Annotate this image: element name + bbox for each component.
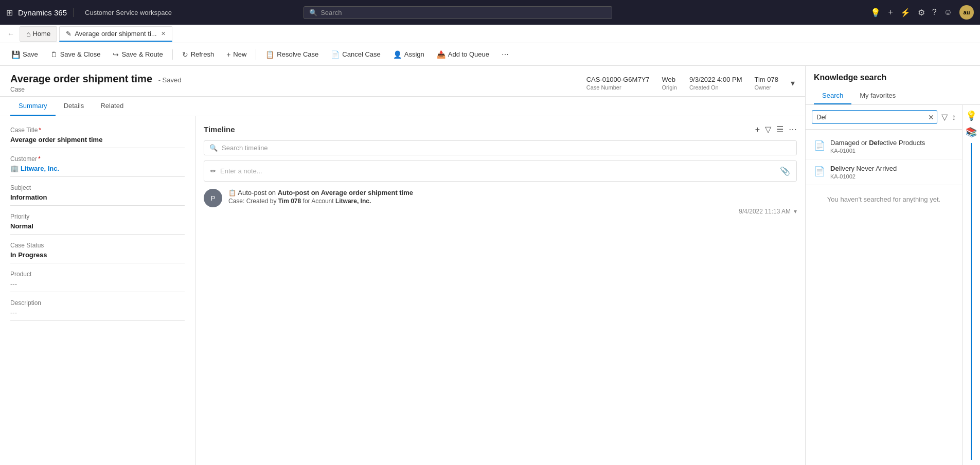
timeline-item: P 📋 Auto-post on Auto-post on Average or… <box>204 189 797 215</box>
priority-label: Priority <box>10 213 185 220</box>
save-icon: 💾 <box>11 50 20 59</box>
note-input-area[interactable]: ✏ 📎 <box>204 160 797 182</box>
origin-label: Origin <box>662 84 677 91</box>
knowledge-panel-icon-2[interactable]: 📚 <box>966 127 977 138</box>
case-status-group: Case Status In Progress <box>10 242 185 263</box>
timeline-more-icon[interactable]: ⋯ <box>789 124 797 134</box>
add-to-queue-button[interactable]: 📥 Add to Queue <box>432 47 494 62</box>
pencil-note-icon: ✏ <box>210 167 216 175</box>
timeline-title: Timeline <box>204 125 235 134</box>
help-icon[interactable]: ? <box>932 8 937 17</box>
case-title-field-value[interactable]: Average order shipment time <box>10 136 185 148</box>
pencil-icon: ✎ <box>66 30 72 38</box>
timeline-search-input[interactable] <box>222 144 791 152</box>
timeline-item-title: Auto-post on Auto-post on Average order … <box>238 189 413 196</box>
new-button[interactable]: + New <box>221 47 252 62</box>
more-options-button[interactable]: ⋯ <box>496 47 514 62</box>
refresh-button[interactable]: ↻ Refresh <box>177 47 220 62</box>
resolve-icon: 📋 <box>265 50 274 59</box>
created-on-label: Created On <box>689 84 742 91</box>
customer-field-value[interactable]: 🏢 Litware, Inc. <box>10 165 185 177</box>
assign-button[interactable]: 👤 Assign <box>388 47 430 62</box>
product-label: Product <box>10 271 185 278</box>
description-value[interactable]: --- <box>10 309 185 321</box>
timeline-item-account: Litware, Inc. <box>335 198 371 205</box>
save-close-button[interactable]: 🗒 Save & Close <box>45 47 106 62</box>
knowledge-panel-icon-1[interactable]: 💡 <box>966 110 977 121</box>
avatar[interactable]: au <box>959 5 974 20</box>
case-status-label: Case Status <box>10 242 185 249</box>
queue-icon: 📥 <box>437 50 446 59</box>
cancel-case-button[interactable]: 📄 Cancel Case <box>326 47 385 62</box>
separator-2 <box>256 49 256 60</box>
knowledge-filter-icon[interactable]: ▽ <box>941 112 948 122</box>
save-label: Save <box>23 50 38 58</box>
back-button[interactable]: ← <box>4 30 17 38</box>
cancel-icon: 📄 <box>331 50 340 59</box>
timeline-item-author: Tim 078 <box>278 198 301 205</box>
save-route-button[interactable]: ↪ Save & Route <box>108 47 168 62</box>
doc-icon-1: 📄 <box>814 140 825 151</box>
priority-value[interactable]: Normal <box>10 222 185 235</box>
add-icon[interactable]: + <box>888 8 893 17</box>
timeline-item-expand[interactable]: ▾ <box>794 208 797 215</box>
timeline-sort-icon[interactable]: ☰ <box>776 124 783 134</box>
save-button[interactable]: 💾 Save <box>6 47 43 62</box>
product-value[interactable]: --- <box>10 280 185 292</box>
timeline-filter-icon[interactable]: ▽ <box>765 124 771 134</box>
tab-case-active[interactable]: ✎ Average order shipment ti... ✕ <box>59 26 172 42</box>
timeline-search[interactable]: 🔍 <box>204 140 797 155</box>
note-text-input[interactable] <box>220 167 776 175</box>
origin-value: Web <box>662 76 677 83</box>
grid-icon[interactable]: ⊞ <box>6 8 13 17</box>
search-input[interactable] <box>320 9 607 16</box>
knowledge-sort-icon[interactable]: ↕ <box>952 113 956 122</box>
subtitle-for: for Account <box>303 198 335 205</box>
queue-label: Add to Queue <box>448 50 489 58</box>
tab-close-button[interactable]: ✕ <box>161 30 166 37</box>
tab-related[interactable]: Related <box>92 97 132 116</box>
knowledge-result-1[interactable]: 📄 Damaged or Defective Products KA-01001 <box>806 134 962 159</box>
settings-icon[interactable]: ⚙ <box>918 8 925 17</box>
result-id-2: KA-01002 <box>830 173 897 180</box>
result-title-2: Delivery Never Arrived <box>830 165 897 172</box>
knowledge-result-2[interactable]: 📄 Delivery Never Arrived KA-01002 <box>806 159 962 185</box>
brand-name: Dynamics 365 <box>18 8 67 17</box>
new-label: New <box>233 50 246 58</box>
customer-group: Customer 🏢 Litware, Inc. <box>10 155 185 177</box>
timeline-item-avatar: P <box>204 189 222 207</box>
global-search-bar[interactable]: 🔍 <box>304 6 612 19</box>
subject-label: Subject <box>10 184 185 191</box>
knowledge-search-input[interactable] <box>812 110 937 124</box>
knowledge-tab-search[interactable]: Search <box>814 87 851 104</box>
knowledge-search-input-wrap[interactable]: ✕ <box>812 110 937 124</box>
active-tab-label: Average order shipment ti... <box>75 30 156 38</box>
case-saved-label: - Saved <box>158 76 182 84</box>
case-status-value[interactable]: In Progress <box>10 251 185 263</box>
resolve-case-button[interactable]: 📋 Resolve Case <box>260 47 324 62</box>
timeline-item-body: 📋 Auto-post on Auto-post on Average orde… <box>228 189 797 215</box>
case-number-label: Case Number <box>586 84 650 91</box>
subject-value[interactable]: Information <box>10 193 185 206</box>
user-icon[interactable]: ☺ <box>944 8 952 17</box>
more-icon: ⋯ <box>502 50 509 59</box>
timeline-add-icon[interactable]: + <box>755 125 760 134</box>
knowledge-search-clear[interactable]: ✕ <box>928 113 934 121</box>
knowledge-tab-favorites[interactable]: My favorites <box>851 87 904 104</box>
lightbulb-icon[interactable]: 💡 <box>870 8 881 17</box>
tab-details[interactable]: Details <box>56 97 93 116</box>
assign-icon: 👤 <box>393 50 402 59</box>
tab-summary[interactable]: Summary <box>10 97 56 116</box>
tab-summary-label: Summary <box>19 102 47 110</box>
timeline-search-icon: 🔍 <box>209 144 218 152</box>
created-on-field: 9/3/2022 4:00 PM Created On <box>689 76 742 91</box>
attachment-icon[interactable]: 📎 <box>780 166 790 176</box>
expand-header-button[interactable]: ▾ <box>791 78 795 88</box>
form-content: Case Title Average order shipment time C… <box>0 116 805 465</box>
tab-home[interactable]: ⌂ Home <box>20 26 57 42</box>
knowledge-tab-favorites-label: My favorites <box>860 92 896 99</box>
building-icon: 🏢 <box>10 165 19 172</box>
timeline-item-subtitle: Case: Created by Tim 078 for Account Lit… <box>228 198 797 205</box>
filter-icon[interactable]: ⚡ <box>900 8 911 17</box>
description-group: Description --- <box>10 299 185 321</box>
